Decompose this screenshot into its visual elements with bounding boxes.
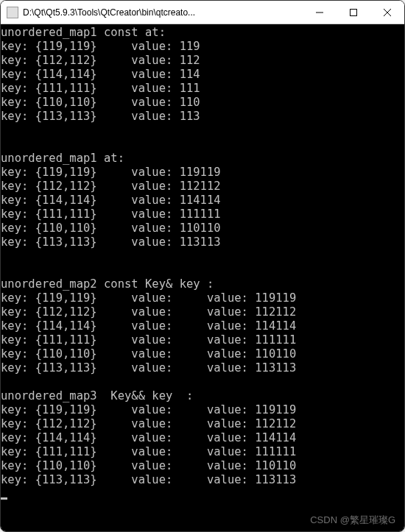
blank-line <box>1 263 404 277</box>
maximize-button[interactable] <box>337 1 370 24</box>
window-title: D:\Qt\Qt5.9.3\Tools\QtCreator\bin\qtcrea… <box>23 7 303 18</box>
window-controls <box>303 1 404 24</box>
text-cursor <box>1 497 7 500</box>
section-header: unordered_map1 const at: <box>1 26 404 40</box>
close-icon <box>384 9 391 16</box>
section-header: unordered_map1 at: <box>1 152 404 166</box>
output-row: key: {111,111} value: value: 111111 <box>1 445 404 459</box>
output-row: key: {111,111} value: value: 111111 <box>1 333 404 347</box>
output-row: key: {110,110} value: value: 110110 <box>1 347 404 361</box>
output-row: key: {119,119} value: 119119 <box>1 166 404 180</box>
console-output[interactable]: unordered_map1 const at:key: {119,119} v… <box>1 24 404 531</box>
blank-line <box>1 138 404 152</box>
output-row: key: {119,119} value: value: 119119 <box>1 291 404 305</box>
window: D:\Qt\Qt5.9.3\Tools\QtCreator\bin\qtcrea… <box>0 0 405 532</box>
section-header: unordered_map2 const Key& key : <box>1 277 404 291</box>
section-header: unordered_map3 Key&& key : <box>1 389 404 403</box>
output-row: key: {119,119} value: 119 <box>1 40 404 54</box>
blank-line <box>1 375 404 389</box>
output-row: key: {112,112} value: value: 112112 <box>1 305 404 319</box>
blank-line <box>1 124 404 138</box>
output-row: key: {119,119} value: value: 119119 <box>1 403 404 417</box>
output-row: key: {110,110} value: 110110 <box>1 221 404 235</box>
output-row: key: {111,111} value: 111111 <box>1 208 404 221</box>
output-row: key: {113,113} value: value: 113113 <box>1 361 404 375</box>
minimize-button[interactable] <box>303 1 337 24</box>
output-row: key: {114,114} value: value: 114114 <box>1 431 404 445</box>
output-row: key: {111,111} value: 111 <box>1 82 404 96</box>
close-button[interactable] <box>370 1 404 24</box>
titlebar[interactable]: D:\Qt\Qt5.9.3\Tools\QtCreator\bin\qtcrea… <box>1 1 404 24</box>
output-row: key: {113,113} value: 113 <box>1 110 404 124</box>
minimize-icon <box>316 9 323 16</box>
app-icon <box>7 7 18 18</box>
output-row: key: {110,110} value: 110 <box>1 96 404 110</box>
svg-rect-1 <box>351 9 357 15</box>
output-row: key: {112,112} value: value: 112112 <box>1 417 404 431</box>
output-row: key: {114,114} value: 114114 <box>1 194 404 208</box>
output-row: key: {112,112} value: 112112 <box>1 180 404 194</box>
maximize-icon <box>350 9 357 16</box>
output-row: key: {113,113} value: 113113 <box>1 235 404 249</box>
output-row: key: {113,113} value: value: 113113 <box>1 473 404 487</box>
blank-line <box>1 249 404 263</box>
output-row: key: {114,114} value: 114 <box>1 68 404 82</box>
watermark: CSDN @繁星璀璨G <box>310 513 395 527</box>
output-row: key: {114,114} value: value: 114114 <box>1 319 404 333</box>
output-row: key: {110,110} value: value: 110110 <box>1 459 404 473</box>
output-row: key: {112,112} value: 112 <box>1 54 404 68</box>
